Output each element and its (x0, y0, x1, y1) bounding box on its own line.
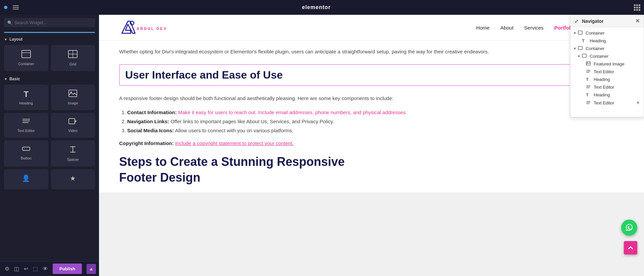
grid-menu-icon[interactable] (634, 4, 640, 11)
widget-person[interactable]: 👤 (4, 169, 48, 189)
navigator-header: ⤢ Navigator ✕ (571, 15, 644, 27)
widget-spacer[interactable]: Spacer (51, 140, 95, 167)
content-list: Contact Information: Make it easy for us… (119, 108, 624, 135)
nav-container-icon (578, 31, 584, 36)
search-bar[interactable]: 🔍 (4, 18, 95, 27)
section-heading-block[interactable]: User Interface and Ease of Use (119, 64, 624, 86)
svg-rect-21 (582, 54, 586, 57)
layout-section-header[interactable]: ▼ Layout (4, 37, 95, 42)
widget-section: ▼ Layout Container Grid (0, 34, 99, 261)
widget-container[interactable]: Container (4, 45, 48, 71)
list-item-2-text: Offer links to important pages like Abou… (170, 119, 334, 124)
search-input[interactable] (14, 20, 92, 25)
main-layout: 🔍 ▼ Layout Container (0, 15, 644, 276)
nav-item-label: Text Editor (594, 100, 636, 105)
layout-chevron-icon: ▼ (4, 38, 7, 41)
widget-star[interactable]: ★ (51, 169, 95, 189)
top-bar: elementor (0, 0, 644, 15)
nav-ellipsis: ··· (571, 107, 644, 115)
copyright-link[interactable]: Include a copyright statement to protect… (175, 140, 294, 146)
site-header: ABDUL DEV Home About Services Portfolio … (99, 15, 644, 41)
nav-item-label: Text Editor (594, 69, 640, 74)
nav-heading-icon: T (586, 92, 592, 97)
bottom-bar: ⚙ ◫ ↩ ⬚ 👁 Publish ▲ (0, 261, 99, 276)
navigator-body: ▼ Container T Heading ▼ (571, 27, 644, 117)
layers-icon[interactable]: ◫ (14, 266, 19, 272)
nav-home[interactable]: Home (476, 25, 490, 31)
basic-section-header[interactable]: ▼ Basic (4, 77, 95, 81)
nav-item-text-editor-1[interactable]: Text Editor (571, 68, 644, 76)
whatsapp-fab[interactable] (621, 220, 637, 236)
navigator-close-icon[interactable]: ✕ (635, 18, 640, 24)
nav-item-label: Heading (594, 77, 640, 82)
scroll-top-fab[interactable] (624, 241, 637, 255)
nav-container-icon (582, 54, 588, 59)
nav-container-icon (578, 46, 584, 51)
widget-grid[interactable]: Grid (51, 45, 95, 71)
video-label: Video (68, 129, 78, 133)
nav-chevron-icon: ▼ (573, 47, 578, 50)
nav-chevron-icon: ▼ (577, 54, 582, 58)
nav-services[interactable]: Services (524, 25, 544, 31)
nav-item-heading-3[interactable]: T Heading (571, 91, 644, 99)
nav-text-editor-icon (586, 69, 592, 74)
nav-item-label: Heading (594, 92, 640, 97)
svg-rect-19 (578, 31, 582, 34)
nav-item-heading-1[interactable]: T Heading (571, 37, 644, 45)
star-widget-icon: ★ (70, 174, 76, 182)
responsive-icon[interactable]: ⬚ (33, 266, 38, 272)
nav-item-container-2[interactable]: ▼ Container (571, 45, 644, 52)
page-content: Whether opting for Divi's integrated eco… (99, 41, 644, 192)
nav-item-container-3[interactable]: ▼ Container (571, 52, 644, 60)
search-icon: 🔍 (7, 20, 12, 25)
history-icon[interactable]: ↩ (24, 266, 28, 272)
nav-item-heading-2[interactable]: T Heading (571, 76, 644, 83)
nav-item-text-editor-2[interactable]: Text Editor (571, 83, 644, 91)
widget-text-editor[interactable]: Text Editor (4, 113, 48, 138)
svg-rect-20 (578, 46, 582, 50)
list-item-3-bold: Social Media Icons: (127, 128, 174, 133)
nav-item-container-1[interactable]: ▼ Container (571, 29, 644, 37)
section-heading-text: User Interface and Ease of Use (125, 69, 618, 81)
grid-widget-icon (68, 50, 78, 60)
copyright-paragraph: Copyright Information: Include a copyrig… (119, 140, 624, 146)
widget-button[interactable]: Button (4, 140, 48, 167)
settings-icon[interactable]: ⚙ (5, 266, 9, 272)
nav-heading-icon: T (582, 38, 588, 43)
intro-paragraph: Whether opting for Divi's integrated eco… (119, 47, 624, 56)
svg-marker-17 (122, 21, 135, 33)
widget-image[interactable]: Image (51, 85, 95, 110)
publish-chevron-button[interactable]: ▲ (87, 264, 96, 274)
app-title: elementor (4, 4, 629, 10)
widget-heading[interactable]: T Heading (4, 85, 48, 110)
basic-chevron-icon: ▼ (4, 77, 7, 81)
navigator-expand-icon: ⤢ (575, 18, 579, 24)
nav-about[interactable]: About (500, 25, 513, 31)
list-item: Navigation Links: Offer links to importa… (127, 117, 624, 126)
list-item-1-bold: Contact Information: (127, 109, 177, 115)
layout-section-label: Layout (9, 37, 22, 42)
list-item: Social Media Icons: Allow users to conne… (127, 126, 624, 135)
text-editor-widget-icon (22, 118, 31, 127)
nav-item-text-editor-3[interactable]: Text Editor ▼ (571, 99, 644, 107)
widget-video[interactable]: Video (51, 113, 95, 138)
canvas-area[interactable]: ABDUL DEV Home About Services Portfolio … (99, 15, 644, 276)
list-item-3-text: Allow users to connect with you on vario… (175, 128, 294, 133)
button-label: Button (21, 156, 32, 160)
left-sidebar: 🔍 ▼ Layout Container (0, 15, 99, 276)
text-editor-label: Text Editor (17, 129, 35, 133)
container-label: Container (18, 62, 34, 66)
list-item: Contact Information: Make it easy for us… (127, 108, 624, 117)
nav-item-label: Container (586, 46, 640, 51)
person-widget-icon: 👤 (22, 174, 30, 182)
nav-item-label: Heading (590, 38, 640, 43)
publish-button[interactable]: Publish (53, 264, 82, 274)
svg-rect-12 (22, 147, 30, 150)
grid-label: Grid (69, 62, 77, 66)
navigator-title: Navigator (582, 18, 604, 24)
svg-rect-10 (69, 119, 75, 124)
preview-icon[interactable]: 👁 (43, 266, 48, 272)
layout-widget-grid: Container Grid (4, 45, 95, 71)
navigator-panel: ⤢ Navigator ✕ ▼ Container T Heading (570, 15, 644, 117)
nav-item-featured-image[interactable]: Featured Image (571, 60, 644, 68)
